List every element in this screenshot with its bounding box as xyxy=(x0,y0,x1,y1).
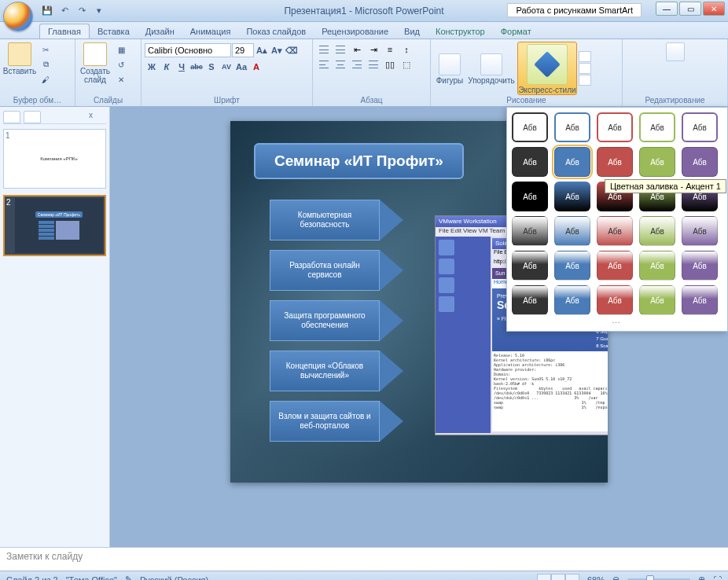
style-swatch-r0-c2[interactable]: Абв xyxy=(597,112,633,142)
underline-button[interactable]: Ч xyxy=(175,60,189,74)
style-swatch-r5-c0[interactable]: Абв xyxy=(512,285,548,315)
style-swatch-r3-c0[interactable]: Абв xyxy=(512,216,548,246)
tab-constructor[interactable]: Конструктор xyxy=(428,24,493,39)
minimize-button[interactable]: — xyxy=(656,2,678,16)
close-panel-icon[interactable]: x xyxy=(89,111,106,123)
style-swatch-r1-c2[interactable]: Абв xyxy=(597,147,633,177)
maximize-button[interactable]: ▭ xyxy=(679,2,701,16)
layout-icon[interactable]: ▦ xyxy=(113,42,129,57)
tab-design[interactable]: Дизайн xyxy=(138,24,182,39)
style-swatch-r5-c4[interactable]: Абв xyxy=(682,285,718,315)
thumbnail-2[interactable]: 2 Семинар «ИТ Профит» xyxy=(3,195,106,256)
style-swatch-r3-c1[interactable]: Абв xyxy=(554,216,590,246)
zoom-out-icon[interactable]: ⊖ xyxy=(612,574,620,580)
style-swatch-r1-c0[interactable]: Абв xyxy=(512,147,548,177)
format-painter-icon[interactable]: 🖌 xyxy=(38,72,53,86)
clear-format-icon[interactable]: ⌫ xyxy=(285,43,299,57)
undo-icon[interactable]: ↶ xyxy=(57,3,72,19)
tab-animation[interactable]: Анимация xyxy=(182,24,239,39)
close-button[interactable]: ✕ xyxy=(703,2,725,16)
style-swatch-r5-c2[interactable]: Абв xyxy=(597,285,633,315)
tab-format[interactable]: Формат xyxy=(493,24,539,39)
style-swatch-r4-c0[interactable]: Абв xyxy=(512,251,548,281)
shrink-font-icon[interactable]: A▾ xyxy=(270,43,284,57)
style-swatch-r4-c1[interactable]: Абв xyxy=(554,251,590,281)
indent-inc-icon[interactable]: ⇥ xyxy=(366,43,381,56)
font-color-button[interactable]: A xyxy=(249,60,263,74)
numbering-icon[interactable] xyxy=(333,43,348,56)
tab-review[interactable]: Рецензирование xyxy=(314,24,396,39)
normal-view-icon[interactable] xyxy=(537,574,551,581)
style-swatch-r2-c1[interactable]: Абв xyxy=(554,182,590,211)
justify-icon[interactable] xyxy=(366,58,381,71)
style-swatch-r1-c3[interactable]: Абв xyxy=(639,147,675,177)
shapes-button[interactable]: Фигуры xyxy=(434,52,465,85)
gallery-more-icon[interactable]: ⋯ xyxy=(512,318,722,326)
bold-button[interactable]: Ж xyxy=(145,60,159,74)
spacing-button[interactable]: AV xyxy=(219,60,233,74)
grow-font-icon[interactable]: A▴ xyxy=(255,43,269,57)
arrow-1[interactable]: Компьютерная безопасность xyxy=(270,200,403,240)
style-swatch-r0-c3[interactable]: Абв xyxy=(639,112,675,142)
shape-effects-icon[interactable] xyxy=(579,75,591,86)
save-icon[interactable]: 💾 xyxy=(39,3,55,19)
arrow-2[interactable]: Разработка онлайн сервисов xyxy=(270,250,403,291)
style-swatch-r4-c2[interactable]: Абв xyxy=(597,251,633,281)
sorter-view-icon[interactable] xyxy=(551,574,565,581)
style-swatch-r3-c2[interactable]: Абв xyxy=(597,216,633,246)
copy-icon[interactable]: ⧉ xyxy=(38,57,53,72)
style-swatch-r2-c0[interactable]: Абв xyxy=(512,182,548,211)
style-swatch-r3-c3[interactable]: Абв xyxy=(639,216,675,246)
text-direction-icon[interactable]: ↕ xyxy=(399,43,414,56)
arrow-3[interactable]: Защита программного обеспечения xyxy=(270,300,403,341)
tab-insert[interactable]: Вставка xyxy=(90,24,138,39)
style-swatch-r0-c0[interactable]: Абв xyxy=(512,112,548,142)
find-button[interactable] xyxy=(660,41,691,61)
slideshow-view-icon[interactable] xyxy=(565,574,579,581)
align-center-icon[interactable] xyxy=(333,58,348,71)
language[interactable]: Русский (Россия) xyxy=(140,575,208,581)
arrange-button[interactable]: Упорядочить xyxy=(467,52,516,85)
notes-pane[interactable]: Заметки к слайду xyxy=(0,547,728,571)
indent-dec-icon[interactable]: ⇤ xyxy=(349,43,365,56)
thumbnail-1[interactable]: 1 Компания «РПК» xyxy=(3,129,106,189)
slides-tab-icon[interactable] xyxy=(3,111,20,123)
align-left-icon[interactable] xyxy=(316,58,332,71)
style-swatch-r3-c4[interactable]: Абв xyxy=(682,216,718,246)
qat-dropdown-icon[interactable]: ▾ xyxy=(91,3,107,19)
line-spacing-icon[interactable]: ≡ xyxy=(382,43,398,56)
tab-slideshow[interactable]: Показ слайдов xyxy=(238,24,314,39)
quick-styles-button[interactable]: Экспресс-стили xyxy=(517,42,577,95)
style-swatch-r4-c3[interactable]: Абв xyxy=(639,251,675,281)
office-button[interactable] xyxy=(3,2,33,31)
style-swatch-r0-c1[interactable]: Абв xyxy=(554,112,590,142)
new-slide-button[interactable]: Создать слайд xyxy=(79,41,112,84)
shadow-button[interactable]: S xyxy=(204,60,219,74)
tab-home[interactable]: Главная xyxy=(39,24,90,39)
style-swatch-r0-c4[interactable]: Абв xyxy=(682,112,718,142)
paste-button[interactable]: Вставить xyxy=(3,41,36,75)
convert-smartart-icon[interactable]: ⬚ xyxy=(399,58,414,71)
align-right-icon[interactable] xyxy=(349,58,365,71)
redo-icon[interactable]: ↷ xyxy=(74,3,90,19)
delete-slide-icon[interactable]: ✕ xyxy=(113,72,129,86)
reset-icon[interactable]: ↺ xyxy=(113,57,129,72)
style-swatch-r1-c1[interactable]: Абв xyxy=(554,147,590,177)
tab-view[interactable]: Вид xyxy=(396,24,428,39)
italic-button[interactable]: К xyxy=(160,60,174,74)
outline-tab-icon[interactable] xyxy=(24,111,41,123)
shape-outline-icon[interactable] xyxy=(579,63,591,74)
spellcheck-icon[interactable]: ✎ xyxy=(125,574,132,580)
font-size-combo[interactable]: 29 xyxy=(232,43,254,57)
style-swatch-r5-c3[interactable]: Абв xyxy=(639,285,675,315)
columns-icon[interactable]: ▯▯ xyxy=(382,58,398,71)
zoom-in-icon[interactable]: ⊕ xyxy=(698,574,705,580)
smartart-arrows[interactable]: Компьютерная безопасность Разработка онл… xyxy=(270,200,403,442)
fit-window-icon[interactable]: ⛶ xyxy=(713,575,722,581)
change-case-button[interactable]: Aa xyxy=(234,60,248,74)
cut-icon[interactable]: ✂ xyxy=(38,42,53,57)
style-swatch-r5-c1[interactable]: Абв xyxy=(554,285,590,315)
slide-title-shape[interactable]: Семинар «ИТ Профит» xyxy=(254,143,464,179)
shape-fill-icon[interactable] xyxy=(579,51,591,62)
style-swatch-r4-c4[interactable]: Абв xyxy=(682,251,718,281)
